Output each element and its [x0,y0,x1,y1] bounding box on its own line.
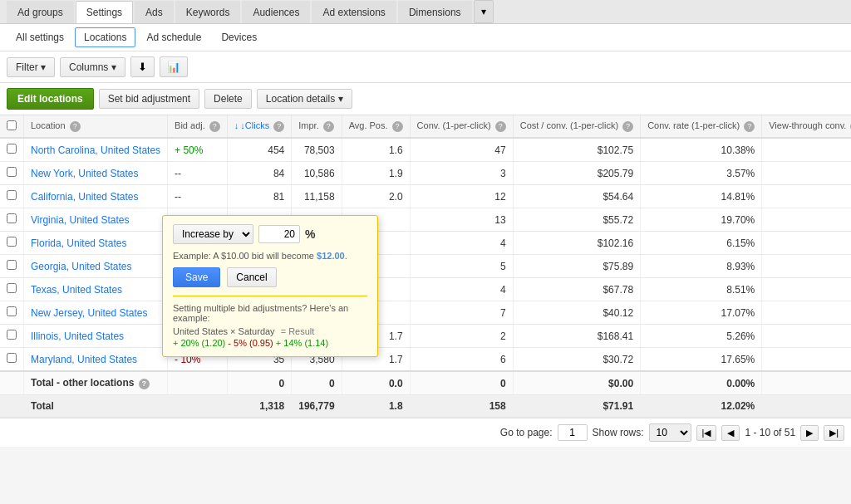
view_through-cell: 0 [762,208,851,232]
row-checkbox[interactable] [7,167,17,177]
location-link[interactable]: Texas, United States [31,284,122,296]
bid-percent-input[interactable] [258,225,300,243]
location-link[interactable]: Florida, United States [31,237,126,249]
bid-adjustment-popup: Increase by % Example: A $10.00 bid will… [162,215,378,357]
tab-audiences[interactable]: Audiences [242,1,310,23]
impr-help-icon[interactable]: ? [323,121,334,132]
sub-tab-devices[interactable]: Devices [212,27,266,47]
next-page-button[interactable]: ▶ [800,425,819,441]
tab-dimensions[interactable]: Dimensions [398,1,472,23]
more-tabs-button[interactable]: ▾ [474,0,494,23]
location-link[interactable]: Georgia, United States [31,261,131,272]
first-page-button[interactable]: |◀ [696,425,717,441]
total-other-row: Total - other locations ? 0 0 0.0 0 $0.0… [0,371,851,395]
header-conv-rate[interactable]: Conv. rate (1-per-click) ? [641,115,762,138]
location-link[interactable]: Illinois, United States [31,330,124,342]
conv-cell: 3 [410,162,513,185]
edit-locations-button[interactable]: Edit locations [7,88,94,110]
header-impr[interactable]: Impr. ? [292,115,342,138]
location-link[interactable]: Maryland, United States [31,354,137,365]
table-row: Texas, United States4$67.788.51%0 [0,278,851,301]
total-other-help-icon[interactable]: ? [139,379,150,389]
popup-save-button[interactable]: Save [173,267,220,287]
popup-box: Increase by % Example: A $10.00 bid will… [162,215,378,357]
table-header-row: Location ? Bid adj. ? ↓↓Clicks ? Impr. ?… [0,115,851,138]
cost-conv-help-icon[interactable]: ? [622,121,633,132]
pagination-bar: Go to page: Show rows: 10 25 50 100 |◀ ◀… [0,418,851,447]
row-checkbox[interactable] [7,306,17,316]
location-link[interactable]: Virginia, United States [31,214,130,226]
popup-formula-row: United States × Saturday = Result [173,326,367,336]
select-all-checkbox[interactable] [7,120,17,130]
conv-cell: 2 [410,325,513,348]
delete-button[interactable]: Delete [204,89,252,109]
table-row: Florida, United States4$102.166.15%0 [0,232,851,255]
row-checkbox[interactable] [7,330,17,340]
popup-cancel-button[interactable]: Cancel [227,267,276,287]
conv-help-icon[interactable]: ? [495,121,506,132]
conv-cell: 5 [410,255,513,278]
bid-adj-cell: -- [168,162,228,185]
bid-adj-cell: -- [168,185,228,208]
avg-pos-help-icon[interactable]: ? [392,121,403,132]
tab-ad-groups[interactable]: Ad groups [7,1,74,23]
header-cost-conv[interactable]: Cost / conv. (1-per-click) ? [513,115,640,138]
header-clicks[interactable]: ↓↓Clicks ? [227,115,291,138]
row-checkbox[interactable] [7,260,17,270]
popup-formula-right: Saturday [239,326,275,336]
rows-per-page-select[interactable]: 10 25 50 100 [649,423,691,442]
download-button[interactable]: ⬇ [130,56,155,77]
prev-page-button[interactable]: ◀ [721,425,740,441]
row-checkbox[interactable] [7,144,17,154]
page-input[interactable] [558,424,588,441]
cost_conv-cell: $168.41 [513,325,640,348]
table-row: Illinois, United States+ 20%385,5581.72$… [0,325,851,348]
increase-by-select[interactable]: Increase by [173,224,253,244]
conv_rate-cell: 6.15% [641,232,762,255]
header-avg-pos[interactable]: Avg. Pos. ? [342,115,410,138]
row-checkbox[interactable] [7,353,17,363]
location-details-button[interactable]: Location details [257,89,352,109]
header-view-through[interactable]: View-through conv. ? [762,115,851,138]
tab-ads[interactable]: Ads [135,1,174,23]
conv_rate-cell: 8.51% [641,278,762,301]
columns-button[interactable]: Columns [60,57,125,77]
last-page-button[interactable]: ▶| [824,425,844,441]
bid-adj-help-icon[interactable]: ? [209,121,220,132]
header-location[interactable]: Location ? [24,115,168,138]
location-link[interactable]: North Carolina, United States [31,144,160,156]
cost_conv-cell: $54.64 [513,185,640,208]
row-checkbox[interactable] [7,190,17,200]
impr-cell: 11,158 [292,185,342,208]
header-conv[interactable]: Conv. (1-per-click) ? [410,115,513,138]
conv-cell: 4 [410,232,513,255]
table-row: Virginia, United States13$55.7219.70%0 [0,208,851,232]
tab-settings[interactable]: Settings [76,1,133,23]
action-bar: Edit locations Set bid adjustment Delete… [0,83,851,115]
chart-button[interactable]: 📊 [160,56,188,77]
location-link[interactable]: New York, United States [31,168,138,179]
sub-tab-ad-schedule[interactable]: Ad schedule [137,27,210,47]
header-bid-adj[interactable]: Bid adj. ? [168,115,228,138]
percent-sign: % [305,228,315,241]
tab-ad-extensions[interactable]: Ad extensions [312,1,396,23]
row-checkbox[interactable] [7,237,17,247]
view_through-cell: 0 [762,138,851,162]
view_through-cell: 0 [762,232,851,255]
popup-values-row: + 20% (1.20) - 5% (0.95) + 14% (1.14) [173,338,367,348]
tab-keywords[interactable]: Keywords [175,1,241,23]
location-link[interactable]: New Jersey, United States [31,307,148,319]
location-help-icon[interactable]: ? [70,121,81,132]
clicks-help-icon[interactable]: ? [273,121,284,132]
sub-tab-locations[interactable]: Locations [75,27,135,47]
location-link[interactable]: California, United States [31,191,138,203]
conv_rate-cell: 17.65% [641,348,762,372]
row-checkbox[interactable] [7,283,17,293]
popup-example-highlight: $12.00 [317,251,345,261]
conv_rate-cell: 14.81% [641,185,762,208]
row-checkbox[interactable] [7,213,17,223]
sub-tab-all-settings[interactable]: All settings [7,27,73,47]
conv-rate-help-icon[interactable]: ? [744,121,755,132]
filter-button[interactable]: Filter [7,57,55,77]
set-bid-button[interactable]: Set bid adjustment [99,89,199,109]
